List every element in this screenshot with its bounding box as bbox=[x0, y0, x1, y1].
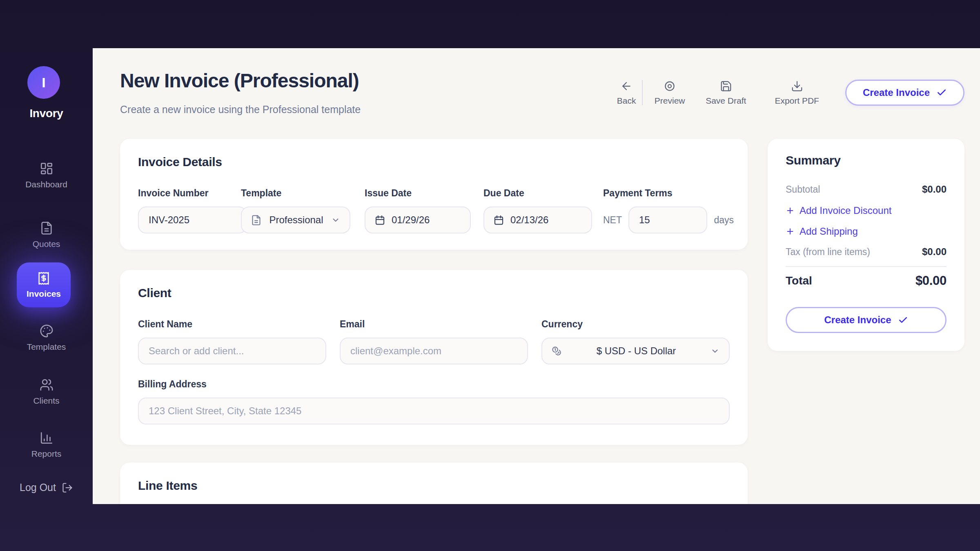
header-actions: Back Preview Save Draft Export PDF Creat… bbox=[613, 79, 964, 106]
logout-icon bbox=[62, 482, 73, 493]
invoice-number-input[interactable] bbox=[138, 207, 247, 233]
issue-date-field: Issue Date 01/29/26 bbox=[365, 188, 471, 233]
payment-terms-label: Payment Terms bbox=[603, 188, 734, 199]
subtotal-label: Subtotal bbox=[786, 184, 820, 195]
palette-icon bbox=[40, 324, 53, 338]
payment-terms-field: Payment Terms NET days bbox=[603, 188, 734, 233]
file-text-icon bbox=[40, 221, 53, 235]
summary-heading: Summary bbox=[786, 153, 841, 167]
email-input[interactable] bbox=[340, 338, 528, 364]
due-date-input[interactable]: 02/13/26 bbox=[483, 207, 592, 233]
check-icon bbox=[936, 87, 947, 98]
preview-button[interactable]: Preview bbox=[650, 80, 689, 106]
sidebar-item-clients[interactable]: Clients bbox=[0, 378, 93, 406]
add-shipping-link[interactable]: Add Shipping bbox=[786, 226, 858, 237]
days-label: days bbox=[714, 215, 734, 226]
issue-date-value: 01/29/26 bbox=[392, 214, 430, 226]
template-file-icon bbox=[251, 215, 262, 226]
dashboard-icon bbox=[40, 162, 53, 176]
sidebar-item-reports[interactable]: Reports bbox=[0, 431, 93, 459]
currency-select[interactable]: $ USD - US Dollar bbox=[541, 338, 730, 364]
currency-field: Currency $ USD - US Dollar bbox=[541, 319, 730, 364]
client-name-field: Client Name bbox=[138, 319, 326, 364]
billing-address-input[interactable] bbox=[138, 398, 730, 424]
summary-divider bbox=[786, 266, 947, 267]
save-draft-button[interactable]: Save Draft bbox=[706, 80, 746, 106]
app-root: I Invory Dashboard Quotes Invoices Templ… bbox=[0, 0, 980, 551]
invoice-number-label: Invoice Number bbox=[138, 188, 247, 199]
sidebar-item-label: Quotes bbox=[33, 239, 60, 249]
sidebar-item-label: Clients bbox=[33, 396, 59, 406]
invoice-number-field: Invoice Number bbox=[138, 188, 247, 233]
save-icon bbox=[720, 80, 732, 92]
summary-create-invoice-button[interactable]: Create Invoice bbox=[786, 307, 947, 333]
template-label: Template bbox=[241, 188, 350, 199]
sidebar-item-dashboard[interactable]: Dashboard bbox=[0, 162, 93, 189]
create-invoice-button[interactable]: Create Invoice bbox=[845, 80, 964, 106]
client-name-label: Client Name bbox=[138, 319, 326, 330]
arrow-left-icon bbox=[620, 80, 633, 92]
users-icon bbox=[40, 378, 53, 392]
preview-label: Preview bbox=[655, 96, 685, 106]
billing-address-label: Billing Address bbox=[138, 379, 730, 390]
check-icon bbox=[898, 315, 908, 325]
tax-row: Tax (from line items) $0.00 bbox=[786, 246, 947, 258]
back-button[interactable]: Back bbox=[613, 80, 639, 106]
calendar-icon bbox=[374, 215, 385, 226]
invoice-details-heading: Invoice Details bbox=[138, 155, 222, 169]
add-discount-label: Add Invoice Discount bbox=[800, 205, 891, 216]
create-invoice-label: Create Invoice bbox=[863, 87, 930, 98]
logout-label: Log Out bbox=[20, 482, 56, 493]
template-value: Professional bbox=[268, 214, 325, 226]
client-name-input[interactable] bbox=[138, 338, 326, 364]
sidebar-item-quotes[interactable]: Quotes bbox=[0, 221, 93, 249]
tax-label: Tax (from line items) bbox=[786, 247, 870, 258]
due-date-value: 02/13/26 bbox=[510, 214, 548, 226]
save-draft-label: Save Draft bbox=[706, 96, 746, 106]
due-date-label: Due Date bbox=[483, 188, 592, 199]
export-pdf-label: Export PDF bbox=[775, 96, 819, 106]
subtotal-value: $0.00 bbox=[922, 184, 947, 195]
sidebar-item-invoices[interactable]: Invoices bbox=[17, 262, 71, 307]
logo-initial: I bbox=[42, 75, 45, 91]
chevron-down-icon bbox=[710, 346, 720, 356]
plus-icon bbox=[786, 227, 795, 236]
sidebar-item-label: Invoices bbox=[27, 289, 61, 299]
template-select[interactable]: Professional bbox=[241, 207, 350, 233]
billing-address-field: Billing Address bbox=[138, 379, 730, 424]
logout-button[interactable]: Log Out bbox=[0, 482, 93, 493]
export-pdf-button[interactable]: Export PDF bbox=[775, 80, 819, 106]
calendar-icon bbox=[493, 215, 504, 226]
summary-card: Summary Subtotal $0.00 Add Invoice Disco… bbox=[768, 139, 964, 351]
preview-eye-icon bbox=[664, 80, 676, 92]
client-heading: Client bbox=[138, 286, 172, 300]
total-value: $0.00 bbox=[915, 273, 947, 288]
payment-terms-input[interactable] bbox=[628, 207, 707, 233]
issue-date-label: Issue Date bbox=[365, 188, 471, 199]
currency-label: Currency bbox=[541, 319, 730, 330]
net-label: NET bbox=[603, 215, 622, 226]
sidebar-item-label: Dashboard bbox=[25, 180, 67, 189]
issue-date-input[interactable]: 01/29/26 bbox=[365, 207, 471, 233]
add-discount-link[interactable]: Add Invoice Discount bbox=[786, 205, 891, 216]
page-subtitle: Create a new invoice using the Professio… bbox=[120, 104, 361, 116]
subtotal-row: Subtotal $0.00 bbox=[786, 184, 947, 195]
total-label: Total bbox=[786, 274, 812, 287]
tax-value: $0.00 bbox=[922, 246, 947, 258]
chevron-down-icon bbox=[331, 215, 341, 225]
back-label: Back bbox=[617, 96, 636, 106]
template-field: Template Professional bbox=[241, 188, 350, 233]
total-row: Total $0.00 bbox=[786, 273, 947, 288]
line-items-card: Line Items bbox=[120, 462, 748, 504]
email-field: Email bbox=[340, 319, 528, 364]
due-date-field: Due Date 02/13/26 bbox=[483, 188, 592, 233]
sidebar: I Invory Dashboard Quotes Invoices Templ… bbox=[0, 0, 93, 551]
sidebar-item-templates[interactable]: Templates bbox=[0, 324, 93, 352]
header-divider bbox=[642, 80, 643, 105]
page-title: New Invoice (Professional) bbox=[120, 69, 359, 92]
invoice-details-card: Invoice Details Invoice Number Template … bbox=[120, 139, 748, 250]
download-icon bbox=[791, 80, 803, 92]
coins-icon bbox=[551, 346, 562, 357]
plus-icon bbox=[786, 206, 795, 215]
brand-name: Invory bbox=[0, 107, 93, 120]
